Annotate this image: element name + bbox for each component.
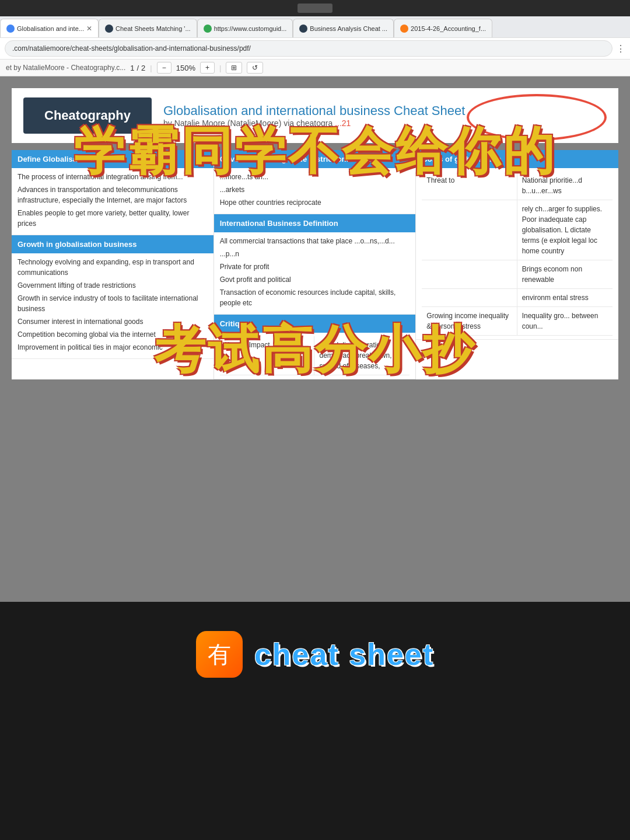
tab-3[interactable]: https://www.customguid... [197, 19, 293, 37]
chinese-overlay-2: 考试高分小抄 [0, 322, 630, 378]
tab-favicon-4 [299, 25, 307, 33]
intl-para-1: All commercial transactions that take pl… [220, 236, 410, 246]
camera-notch [298, 4, 332, 13]
tab-active[interactable]: Globalisation and inte... ✕ [0, 19, 99, 37]
define-para-3: Enables people to get more variety, bett… [18, 208, 208, 229]
browser-chrome: Globalisation and inte... ✕ Cheat Sheets… [0, 16, 630, 76]
define-para-2: Advances in transportation and telecommu… [18, 184, 208, 205]
toolbar-divider: | [150, 64, 152, 72]
costs-row-2: rely ch...arger fo supplies. Poor inadeq… [422, 200, 612, 260]
costs-content: Threat to National prioritie...d b...u..… [416, 168, 618, 340]
growth-para-2: Government lifting of trade restrictions [18, 280, 208, 291]
tab-label-1: Globalisation and inte... [17, 25, 84, 32]
costs-row-env: environm ental stress [422, 289, 612, 307]
intl-para-4: Govt profit and political [220, 274, 410, 285]
costs-cell-empty2 [422, 260, 517, 289]
tab-label-3: https://www.customguid... [214, 25, 287, 32]
rotate-button[interactable]: ↺ [247, 62, 263, 74]
tab-label-4: Business Analysis Cheat ... [310, 25, 387, 32]
tab-favicon-3 [204, 25, 212, 33]
zoom-in-button[interactable]: + [200, 62, 215, 74]
page-current: 1 [130, 64, 134, 72]
intl-business-header: International Business Definition [214, 214, 416, 232]
govs-para-3: Hope other countries reciprocate [220, 197, 410, 208]
cheat-title: Globalisation and international business… [163, 103, 607, 118]
growth-para-3: Growth in service industry of tools to f… [18, 293, 208, 314]
costs-cell-env: environm ental stress [517, 289, 612, 307]
address-text: .com/nataliemoore/cheat-sheets/globalisa… [12, 44, 251, 53]
tab-4[interactable]: Business Analysis Cheat ... [293, 19, 394, 37]
costs-cell-brings: Brings econom non renewable [517, 260, 612, 289]
camera-bar [0, 0, 630, 16]
costs-cell-empty1 [422, 200, 517, 260]
page-total: 2 [141, 64, 145, 72]
page-counter: 1 / 2 [130, 64, 145, 72]
tab-bar: Globalisation and inte... ✕ Cheat Sheets… [0, 16, 630, 37]
costs-cell-empty3 [422, 289, 517, 307]
overlay-text-2: 考试高分小抄 [0, 322, 630, 378]
bottom-label: cheat sheet [254, 637, 434, 672]
tab-favicon-1 [6, 25, 15, 33]
tab-close-1[interactable]: ✕ [86, 25, 92, 33]
pdf-doc-title: et by NatalieMoore - Cheatography.c... [6, 64, 125, 72]
tab-label-2: Cheat Sheets Matching '... [116, 25, 191, 32]
pdf-toolbar: et by NatalieMoore - Cheatography.c... 1… [0, 59, 630, 76]
growth-para-1: Technology evolving and expanding, esp i… [18, 257, 208, 278]
costs-cell-rely: rely ch...arger fo supplies. Poor inadeq… [517, 200, 612, 260]
app-icon-char: 有 [208, 639, 231, 671]
chinese-overlay-1: 学霸同学不会给你的 [0, 123, 630, 180]
intl-para-2: ...p...n [220, 249, 410, 259]
toolbar-divider2: | [219, 64, 221, 72]
zoom-out-button[interactable]: − [157, 62, 172, 74]
app-icon[interactable]: 有 [196, 631, 243, 678]
browser-menu-icon[interactable]: ⋮ [616, 43, 625, 54]
tab-favicon-5 [400, 25, 408, 33]
tab-favicon-2 [105, 25, 113, 33]
intl-para-5: Transaction of economic resources includ… [220, 287, 410, 308]
tab-2[interactable]: Cheat Sheets Matching '... [99, 19, 197, 37]
bottom-bar: 有 cheat sheet [0, 602, 630, 707]
pdf-viewer: 学霸同学不会给你的 考试高分小抄 Cheatography Globalisat… [0, 76, 630, 602]
govs-para-2: ...arkets [220, 184, 410, 195]
address-bar-row: .com/nataliemoore/cheat-sheets/globalisa… [0, 37, 630, 59]
intl-para-3: Private for profit [220, 262, 410, 272]
costs-row-3: Brings econom non renewable [422, 260, 612, 289]
address-bar[interactable]: .com/nataliemoore/cheat-sheets/globalisa… [5, 40, 612, 57]
growth-global-header: Growth in globalisation business [12, 235, 214, 253]
overlay-text-1: 学霸同学不会给你的 [0, 123, 630, 180]
page-sep: / [136, 64, 139, 72]
zoom-level: 150% [176, 64, 195, 72]
tab-5[interactable]: 2015-4-26_Accounting_f... [394, 19, 492, 37]
fit-page-button[interactable]: ⊞ [226, 62, 242, 74]
intl-business-content: All commercial transactions that take pl… [214, 232, 416, 315]
tab-label-5: 2015-4-26_Accounting_f... [411, 25, 486, 32]
